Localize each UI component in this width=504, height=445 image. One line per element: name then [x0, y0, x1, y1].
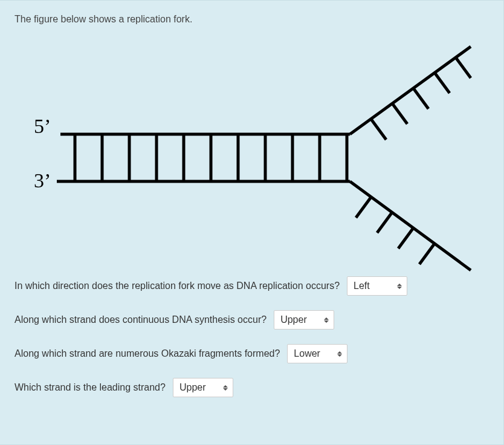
chevron-up-down-icon [397, 282, 402, 290]
replication-fork-figure: 5’ 3’ [15, 28, 486, 276]
chevron-up-down-icon [337, 350, 342, 357]
question-text: In which direction does the replication … [15, 281, 340, 291]
svg-line-20 [456, 57, 471, 78]
question-row: Along which strand are numerous Okazaki … [15, 344, 489, 363]
chevron-up-down-icon [223, 384, 228, 391]
svg-line-18 [413, 88, 428, 109]
svg-line-23 [398, 228, 413, 248]
select-value: Lower [294, 348, 320, 359]
svg-line-21 [356, 197, 371, 218]
question-panel: The figure below shows a replication for… [0, 0, 504, 445]
select-value: Upper [179, 382, 206, 393]
question-row: Along which strand does continuous DNA s… [15, 310, 489, 330]
select-value: Left [354, 281, 370, 291]
okazaki-strand-select[interactable]: Lower [287, 344, 347, 363]
select-value: Upper [280, 314, 307, 325]
questions-block: In which direction does the replication … [15, 276, 489, 397]
svg-line-24 [419, 244, 435, 264]
leading-strand-select[interactable]: Upper [173, 378, 233, 397]
fork-diagram [15, 28, 486, 276]
svg-line-17 [392, 103, 407, 124]
svg-line-16 [371, 119, 386, 140]
direction-select[interactable]: Left [347, 276, 407, 296]
question-text: Which strand is the leading strand? [15, 382, 166, 393]
svg-line-19 [435, 73, 450, 93]
svg-line-14 [350, 47, 471, 134]
question-row: Which strand is the leading strand? Uppe… [15, 378, 489, 397]
question-row: In which direction does the replication … [15, 276, 489, 296]
question-text: Along which strand does continuous DNA s… [15, 314, 267, 325]
chevron-up-down-icon [324, 316, 329, 323]
svg-line-15 [350, 181, 471, 270]
intro-text: The figure below shows a replication for… [15, 14, 489, 25]
continuous-strand-select[interactable]: Upper [274, 310, 334, 330]
question-text: Along which strand are numerous Okazaki … [15, 348, 280, 359]
svg-line-22 [377, 212, 392, 233]
